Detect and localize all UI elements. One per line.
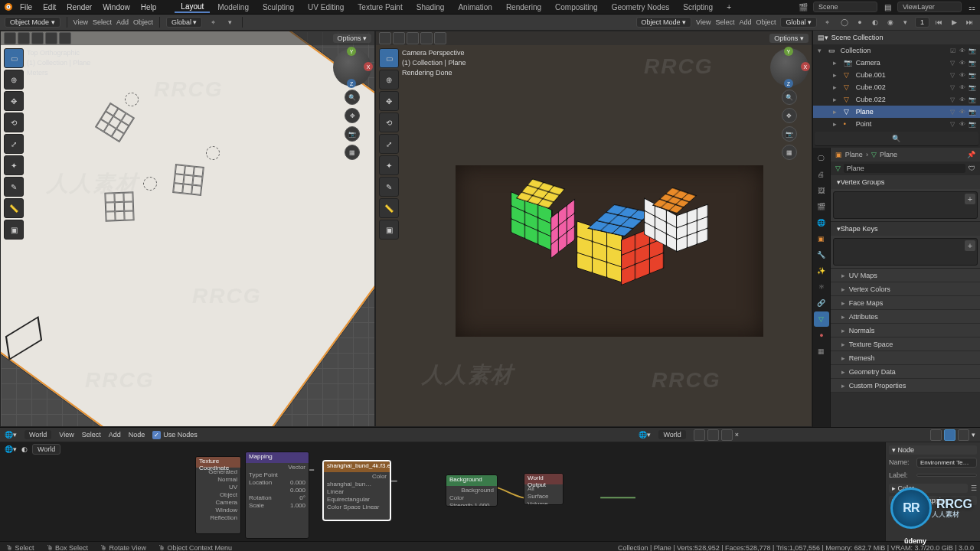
tool-rotate[interactable]: ⟲: [4, 112, 24, 132]
workspace-scripting[interactable]: Scripting: [677, 2, 719, 12]
tool-transform[interactable]: ✦: [4, 155, 24, 175]
datablock-name[interactable]: Plane: [844, 164, 965, 173]
tool-cursor[interactable]: ⊕: [4, 70, 24, 90]
prop-geometry-data[interactable]: ▸Geometry Data: [831, 365, 980, 379]
workspace-compositing[interactable]: Compositing: [549, 2, 604, 12]
ptab-object[interactable]: ▣: [814, 231, 829, 246]
eye-icon[interactable]: 👁: [959, 96, 967, 103]
tool-addcube-r[interactable]: ▣: [379, 220, 399, 240]
shield-icon[interactable]: 🛡: [969, 165, 975, 172]
vp2-selectmode-3[interactable]: [407, 32, 419, 44]
ptab-data[interactable]: ▽: [814, 311, 829, 327]
jump-end-icon[interactable]: ⏭: [963, 16, 975, 28]
disable-icon[interactable]: ▽: [949, 109, 957, 116]
chevron-down-icon[interactable]: ▾: [818, 47, 825, 54]
node-editor-type-icon[interactable]: 🌐▾: [5, 431, 17, 439]
node-close-icon[interactable]: ×: [735, 431, 739, 439]
panel-vertex-groups[interactable]: ▾ Vertex Groups: [831, 175, 980, 189]
disable-icon[interactable]: ▽: [949, 121, 957, 128]
outliner-item-cube-002[interactable]: ▸▽Cube.002▽👁📷: [813, 81, 980, 93]
pin-icon[interactable]: 📌: [967, 151, 975, 158]
eye-icon[interactable]: 👁: [959, 121, 967, 128]
toolbar-view[interactable]: View: [74, 18, 88, 26]
menu-render[interactable]: Render: [62, 2, 96, 12]
ortho-cube-2[interactable]: [172, 164, 204, 196]
viewport-options-left[interactable]: Options ▾: [333, 34, 372, 43]
snap-to-icon[interactable]: ▾: [224, 16, 236, 28]
toolbar2-view[interactable]: View: [696, 18, 710, 26]
shading-render-icon[interactable]: ◉: [884, 16, 897, 28]
node-hdr2-btn-3[interactable]: [958, 429, 969, 441]
panel-shape-keys[interactable]: ▾ Shape Keys: [831, 222, 980, 236]
prop-remesh[interactable]: ▸Remesh: [831, 351, 980, 365]
zoom-icon[interactable]: 🔍: [345, 90, 360, 105]
persp-toggle-icon[interactable]: ▦: [345, 145, 360, 160]
add-vgroup-icon[interactable]: +: [965, 194, 975, 204]
tool-rotate-r[interactable]: ⟲: [379, 112, 399, 132]
toolbar2-object[interactable]: Object: [756, 18, 776, 26]
vp-selectmode-1[interactable]: [4, 32, 16, 44]
node-name-field[interactable]: Environment Te…: [916, 458, 977, 468]
outliner-item-camera[interactable]: ▸📷Camera▽👁📷: [813, 57, 980, 69]
node-environment-texture[interactable]: shanghai_bund_4k.f3.exr Color shanghai_b…: [323, 461, 390, 520]
node-canvas[interactable]: 🌐▾ ◐ World Texture Coordinate Generated …: [0, 442, 980, 541]
use-nodes-checkbox[interactable]: ✓Use Nodes: [152, 431, 198, 439]
play-icon[interactable]: ▶: [948, 16, 960, 28]
vp-selectmode-3[interactable]: [31, 32, 44, 44]
eye-icon[interactable]: 👁: [959, 84, 967, 91]
pan-icon[interactable]: ✥: [345, 108, 360, 123]
node-editor2-type-icon[interactable]: 🌐▾: [5, 445, 17, 453]
prop-vertex-colors[interactable]: ▸Vertex Colors: [831, 282, 980, 296]
node-color-toggle[interactable]: ▸ Color: [889, 484, 968, 493]
filter-icon[interactable]: ⚏: [966, 2, 977, 12]
node-sidebar-title[interactable]: ▾ Node: [889, 445, 977, 455]
prop-face-maps[interactable]: ▸Face Maps: [831, 296, 980, 310]
ortho-light-3[interactable]: [143, 177, 157, 191]
tool-move[interactable]: ✥: [4, 91, 24, 111]
node-texture-mapping-toggle[interactable]: ▸ Texture Mapping: [889, 496, 977, 505]
node-label-field[interactable]: [916, 474, 977, 477]
render-icon[interactable]: 📷: [969, 109, 977, 116]
outliner-search[interactable]: 🔍: [815, 132, 978, 146]
eye-icon[interactable]: 👁: [959, 47, 967, 54]
vp2-selectmode-5[interactable]: [434, 32, 446, 44]
tool-measure-r[interactable]: 📏: [379, 198, 399, 218]
tool-cursor-r[interactable]: ⊕: [379, 70, 399, 90]
world-dropdown-2[interactable]: World: [658, 430, 685, 439]
outliner-editor-icon[interactable]: ▤▾: [818, 34, 828, 41]
viewport-options-right[interactable]: Options ▾: [769, 34, 808, 43]
viewlayer-field[interactable]: ViewLayer: [897, 2, 962, 12]
ortho-light-1[interactable]: [125, 93, 139, 106]
mode-dropdown[interactable]: Object Mode ▾: [5, 17, 60, 28]
ortho-light-2[interactable]: [206, 146, 220, 160]
ptab-physics[interactable]: ⚛: [814, 279, 829, 295]
chevron-icon[interactable]: ▸: [833, 71, 841, 79]
tool-scale[interactable]: ⤢: [4, 134, 24, 154]
prop-texture-space[interactable]: ▸Texture Space: [831, 337, 980, 351]
ptab-modifiers[interactable]: 🔧: [814, 247, 829, 262]
chevron-icon[interactable]: ▸: [833, 59, 841, 67]
menu-edit[interactable]: Edit: [38, 2, 60, 12]
node-color-preset-icon[interactable]: ☰: [971, 484, 977, 492]
camera-toggle-icon[interactable]: 📷: [345, 126, 360, 142]
pan-icon-r[interactable]: ✥: [782, 108, 797, 123]
chevron-icon[interactable]: ▸: [833, 120, 841, 128]
snap2-icon[interactable]: ⌖: [822, 16, 834, 28]
viewport-left[interactable]: Options ▾ Top Orthographic (1) Collectio…: [0, 31, 375, 427]
toolbar2-select[interactable]: Select: [715, 18, 734, 26]
ptab-output[interactable]: 🖨: [814, 167, 829, 182]
workspace-animation[interactable]: Animation: [452, 2, 498, 12]
ptab-particles[interactable]: ✨: [814, 263, 829, 279]
node-hdr2-btn-1[interactable]: [930, 429, 942, 441]
workspace-texturepaint[interactable]: Texture Paint: [351, 2, 408, 12]
jump-start-icon[interactable]: ⏮: [933, 16, 945, 28]
shading-solid-icon[interactable]: ●: [854, 16, 866, 28]
disable-icon[interactable]: ▽: [949, 72, 957, 79]
disable-icon[interactable]: ▽: [949, 60, 957, 67]
workspace-uvediting[interactable]: UV Editing: [302, 2, 350, 12]
scene-field[interactable]: Scene: [813, 2, 877, 12]
node-mapping[interactable]: Mapping Vector Type Point Location0.000 …: [245, 452, 309, 539]
workspace-geonodes[interactable]: Geometry Nodes: [606, 2, 676, 12]
tool-transform-r[interactable]: ✦: [379, 155, 399, 175]
node-menu-view[interactable]: View: [59, 431, 74, 439]
